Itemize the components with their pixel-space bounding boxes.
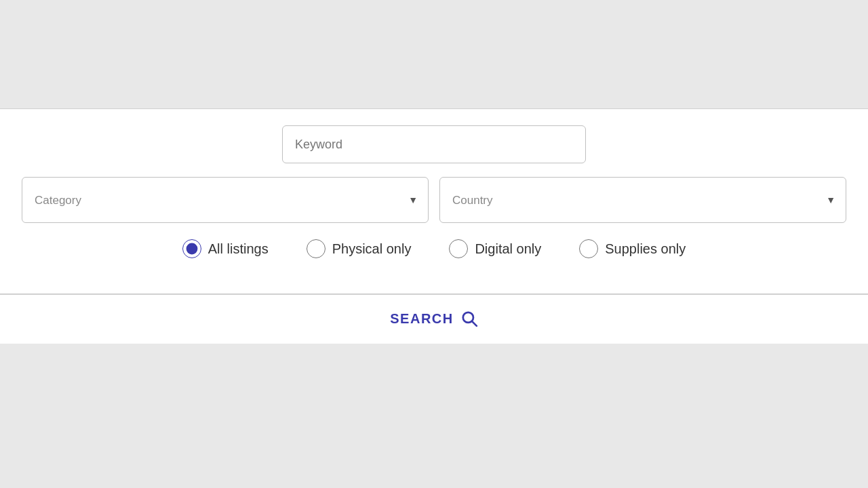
- radio-physical-only[interactable]: Physical only: [307, 239, 412, 258]
- search-button[interactable]: SEARCH: [390, 310, 477, 327]
- radio-row: All listings Physical only Digital only …: [22, 239, 846, 258]
- radio-digital-only[interactable]: Digital only: [449, 239, 541, 258]
- radio-supplies-only-label: Supplies only: [605, 241, 686, 257]
- radio-physical-only-label: Physical only: [332, 241, 412, 257]
- svg-line-1: [472, 321, 477, 326]
- category-select[interactable]: Category Art Crafts Jewelry Clothing Hom…: [22, 177, 429, 223]
- search-icon: [460, 310, 478, 327]
- radio-supplies-only-input[interactable]: [579, 239, 598, 258]
- radio-all-listings[interactable]: All listings: [182, 239, 269, 258]
- top-gray-area: [0, 0, 868, 108]
- country-select[interactable]: Country United States United Kingdom Can…: [439, 177, 846, 223]
- radio-supplies-only[interactable]: Supplies only: [579, 239, 686, 258]
- radio-all-listings-label: All listings: [208, 241, 269, 257]
- dropdowns-row: Category Art Crafts Jewelry Clothing Hom…: [22, 177, 846, 223]
- keyword-row: [22, 125, 846, 163]
- bottom-gray-area: [0, 344, 868, 452]
- search-button-row: SEARCH: [0, 295, 868, 344]
- search-panel: Category Art Crafts Jewelry Clothing Hom…: [0, 108, 868, 294]
- country-dropdown-wrapper: Country United States United Kingdom Can…: [439, 177, 846, 223]
- category-dropdown-wrapper: Category Art Crafts Jewelry Clothing Hom…: [22, 177, 429, 223]
- search-button-label: SEARCH: [390, 311, 453, 327]
- radio-digital-only-input[interactable]: [449, 239, 468, 258]
- keyword-input[interactable]: [282, 125, 586, 163]
- radio-digital-only-label: Digital only: [475, 241, 541, 257]
- radio-physical-only-input[interactable]: [307, 239, 326, 258]
- radio-all-listings-input[interactable]: [182, 239, 201, 258]
